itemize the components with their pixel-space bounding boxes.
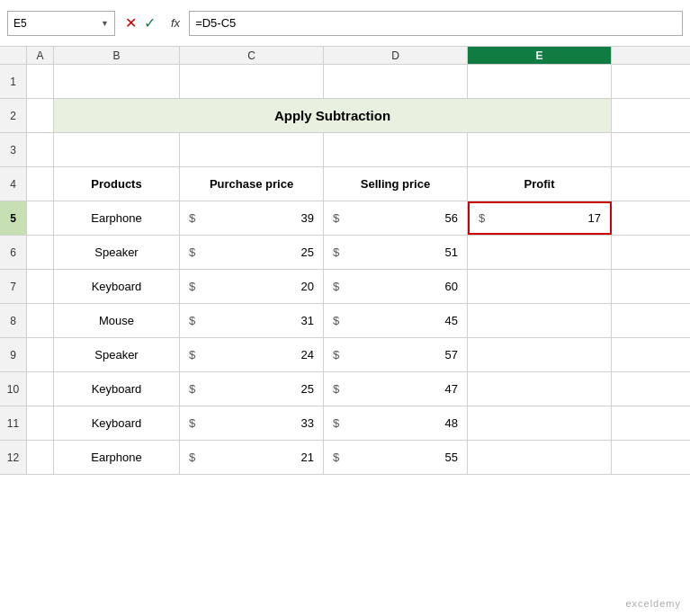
cell-selling-9[interactable]: $57 bbox=[324, 338, 468, 371]
currency-symbol: $ bbox=[333, 314, 339, 327]
cell-purchase-11[interactable]: $33 bbox=[180, 406, 324, 440]
cell-e3[interactable] bbox=[468, 133, 612, 166]
table-row: 10 Keyboard $25 $47 bbox=[0, 372, 690, 406]
header-purchase-price: Purchase price bbox=[180, 167, 324, 201]
cell-c3[interactable] bbox=[180, 133, 324, 166]
currency-symbol: $ bbox=[333, 416, 339, 430]
cell-purchase-12[interactable]: $21 bbox=[180, 441, 324, 474]
currency-symbol: $ bbox=[189, 451, 195, 464]
cell-purchase-7[interactable]: $20 bbox=[180, 270, 324, 303]
cell-product-12[interactable]: Earphone bbox=[54, 441, 180, 474]
name-box[interactable]: E5 ▼ bbox=[7, 11, 115, 36]
cell-b3[interactable] bbox=[54, 133, 180, 166]
cell-a7[interactable] bbox=[27, 270, 54, 303]
row-number: 9 bbox=[0, 338, 27, 371]
cell-purchase-5[interactable]: $ 39 bbox=[180, 201, 324, 235]
col-header-b[interactable]: B bbox=[54, 47, 180, 64]
col-header-a[interactable]: A bbox=[27, 47, 54, 64]
table-row: 4 Products Purchase price Selling price … bbox=[0, 167, 690, 201]
cell-product-10[interactable]: Keyboard bbox=[54, 372, 180, 406]
table-row: 7 Keyboard $20 $60 bbox=[0, 270, 690, 304]
cell-a5[interactable] bbox=[27, 201, 54, 235]
cell-purchase-8[interactable]: $31 bbox=[180, 304, 324, 337]
cell-selling-10[interactable]: $47 bbox=[324, 372, 468, 406]
cell-a10[interactable] bbox=[27, 372, 54, 406]
row-number: 5 bbox=[0, 201, 27, 235]
selling-value: 60 bbox=[445, 280, 458, 293]
col-header-e[interactable]: E bbox=[468, 47, 612, 64]
table-row: 9 Speaker $24 $57 bbox=[0, 338, 690, 372]
header-selling-price: Selling price bbox=[324, 167, 468, 201]
cell-selling-11[interactable]: $48 bbox=[324, 406, 468, 440]
currency-symbol: $ bbox=[189, 416, 195, 430]
cell-product-8[interactable]: Mouse bbox=[54, 304, 180, 337]
cell-purchase-10[interactable]: $25 bbox=[180, 372, 324, 406]
cell-product-5[interactable]: Earphone bbox=[54, 201, 180, 235]
currency-symbol: $ bbox=[189, 314, 195, 327]
table-row: 5 Earphone $ 39 $ 56 $ 17 bbox=[0, 201, 690, 236]
col-header-d[interactable]: D bbox=[324, 47, 468, 64]
cell-profit-12[interactable] bbox=[468, 441, 612, 474]
cell-c1[interactable] bbox=[180, 65, 324, 98]
selling-value: 48 bbox=[445, 416, 458, 430]
cell-profit-7[interactable] bbox=[468, 270, 612, 303]
cell-product-11[interactable]: Keyboard bbox=[54, 406, 180, 440]
cancel-formula-icon[interactable]: ✕ bbox=[122, 14, 139, 31]
table-row: 2 Apply Subtraction bbox=[0, 99, 690, 133]
row-number: 3 bbox=[0, 133, 27, 166]
cell-product-9[interactable]: Speaker bbox=[54, 338, 180, 371]
cell-a12[interactable] bbox=[27, 441, 54, 474]
col-header-c[interactable]: C bbox=[180, 47, 324, 64]
cell-a2[interactable] bbox=[27, 99, 54, 132]
formula-input[interactable] bbox=[189, 11, 683, 36]
cell-a8[interactable] bbox=[27, 304, 54, 337]
table-row: 12 Earphone $21 $55 bbox=[0, 441, 690, 475]
cell-a3[interactable] bbox=[27, 133, 54, 166]
cell-product-7[interactable]: Keyboard bbox=[54, 270, 180, 303]
cell-purchase-9[interactable]: $24 bbox=[180, 338, 324, 371]
cell-a11[interactable] bbox=[27, 406, 54, 440]
row-number: 12 bbox=[0, 441, 27, 474]
currency-symbol: $ bbox=[333, 280, 339, 293]
cell-d1[interactable] bbox=[324, 65, 468, 98]
selling-value: 51 bbox=[445, 246, 458, 259]
name-box-value: E5 bbox=[13, 17, 27, 30]
cell-a4[interactable] bbox=[27, 167, 54, 201]
cell-profit-11[interactable] bbox=[468, 406, 612, 440]
cell-selling-5[interactable]: $ 56 bbox=[324, 201, 468, 235]
purchase-value: 25 bbox=[301, 382, 314, 396]
cell-selling-6[interactable]: $51 bbox=[324, 236, 468, 269]
currency-symbol: $ bbox=[479, 211, 485, 225]
cell-selling-7[interactable]: $60 bbox=[324, 270, 468, 303]
cell-selling-12[interactable]: $55 bbox=[324, 441, 468, 474]
cell-a9[interactable] bbox=[27, 338, 54, 371]
cell-a1[interactable] bbox=[27, 65, 54, 98]
cell-e1[interactable] bbox=[468, 65, 612, 98]
cell-d3[interactable] bbox=[324, 133, 468, 166]
table-row: 1 bbox=[0, 65, 690, 99]
column-headers: A B C D E bbox=[0, 47, 690, 65]
confirm-formula-icon[interactable]: ✓ bbox=[141, 14, 158, 31]
row-number: 1 bbox=[0, 65, 27, 98]
selling-value: 56 bbox=[445, 211, 458, 225]
cell-profit-6[interactable] bbox=[468, 236, 612, 269]
cell-purchase-6[interactable]: $25 bbox=[180, 236, 324, 269]
row-number: 7 bbox=[0, 270, 27, 303]
cell-selling-8[interactable]: $45 bbox=[324, 304, 468, 337]
currency-symbol: $ bbox=[333, 451, 339, 464]
purchase-value: 31 bbox=[301, 314, 314, 327]
cell-profit-5[interactable]: $ 17 bbox=[468, 201, 612, 235]
cell-profit-9[interactable] bbox=[468, 338, 612, 371]
cell-b1[interactable] bbox=[54, 65, 180, 98]
currency-symbol: $ bbox=[189, 280, 195, 293]
purchase-value: 21 bbox=[301, 451, 314, 464]
purchase-value: 25 bbox=[301, 246, 314, 259]
cell-a6[interactable] bbox=[27, 236, 54, 269]
watermark: exceldemy bbox=[625, 598, 681, 609]
cell-profit-10[interactable] bbox=[468, 372, 612, 406]
header-profit: Profit bbox=[468, 167, 612, 201]
purchase-value: 20 bbox=[301, 280, 314, 293]
name-box-dropdown-icon[interactable]: ▼ bbox=[101, 19, 109, 28]
cell-profit-8[interactable] bbox=[468, 304, 612, 337]
cell-product-6[interactable]: Speaker bbox=[54, 236, 180, 269]
